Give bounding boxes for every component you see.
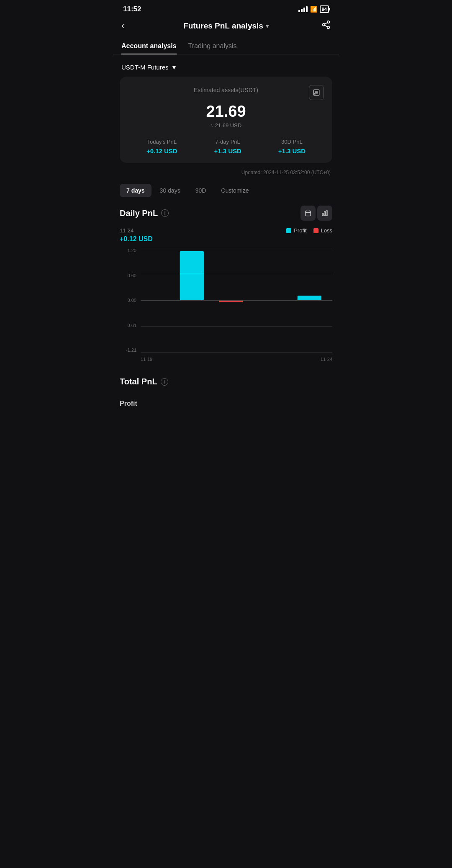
svg-rect-10 [306,211,311,216]
estimated-assets-amount: 21.69 [128,103,324,121]
tab-trading-analysis[interactable]: Trading analysis [188,38,237,54]
chart-type-button[interactable] [317,206,332,221]
title-chevron-icon[interactable]: ▾ [266,23,269,29]
assets-card-header: Estimated assets(USDT) [128,85,324,100]
status-time: 11:52 [123,5,141,13]
chart-info: 11-24 +0.12 USD Profit Loss [120,227,332,248]
daily-pnl-info-icon[interactable]: i [161,209,169,217]
loss-legend-label: Loss [321,227,332,234]
chart-action-buttons [300,206,332,221]
y-label-3: 0.00 [120,298,139,303]
signal-bar-3 [303,8,305,12]
futures-type-label: USDT-M Futures [121,64,169,71]
seven-day-pnl-item: 7-day PnL +1.3 USD [214,139,241,155]
chart-plot-area [141,248,332,353]
status-icons: 📶 94 [298,5,329,13]
pnl-summary-row: Today's PnL +0.12 USD 7-day PnL +1.3 USD… [128,139,324,155]
thirty-day-pnl-value: +1.3 USD [278,147,306,155]
y-label-1: 1.20 [120,248,139,253]
assets-card: Estimated assets(USDT) 21.69 ≈ 21.69 USD… [120,77,332,163]
loss-legend-item: Loss [313,227,332,234]
chart-y-axis: 1.20 0.60 0.00 -0.61 -1.21 [120,248,139,353]
y-label-4: -0.61 [120,323,139,328]
calendar-button[interactable] [300,206,316,221]
share-button[interactable] [316,20,331,31]
signal-bar-2 [301,9,303,12]
back-button[interactable]: ‹ [121,21,136,31]
total-pnl-title-group: Total PnL i [120,377,332,386]
tab-account-analysis[interactable]: Account analysis [121,38,177,54]
svg-line-4 [325,23,327,24]
y-label-2: 0.60 [120,273,139,278]
chart-grid [141,248,332,353]
period-7days-button[interactable]: 7 days [120,184,152,197]
seven-day-pnl-value: +1.3 USD [214,147,241,155]
today-pnl-label: Today's PnL [146,139,177,145]
svg-rect-14 [322,213,324,216]
seven-day-pnl-label: 7-day PnL [214,139,241,145]
svg-point-8 [314,93,315,94]
chart-selected-value: +0.12 USD [120,235,153,243]
estimated-assets-usd: ≈ 21.69 USD [128,122,324,129]
period-30days-button[interactable]: 30 days [153,184,187,197]
profit-section: Profit [113,393,339,414]
assets-label: Estimated assets(USDT) [143,85,309,93]
total-pnl-section: Total PnL i [113,368,339,393]
wifi-icon: 📶 [310,6,317,13]
page-header: ‹ Futures PnL analysis ▾ [113,17,339,38]
tab-bar: Account analysis Trading analysis [113,38,339,54]
period-customize-button[interactable]: Customize [214,184,255,197]
signal-bars-icon [298,6,308,12]
status-bar: 11:52 📶 94 [113,0,339,17]
grid-line-zero [141,300,332,301]
x-label-start: 11-19 [141,357,152,362]
profit-legend-dot [286,228,291,233]
chart-selected-date: 11-24 [120,227,153,234]
profit-legend-item: Profit [286,227,306,234]
period-90d-button[interactable]: 90D [189,184,213,197]
chart-x-axis: 11-19 11-24 [141,353,332,365]
signal-bar-1 [298,10,300,12]
period-selector: 7 days 30 days 90D Customize [113,180,339,206]
svg-rect-16 [326,211,327,216]
profit-legend-label: Profit [294,227,306,234]
daily-pnl-header: Daily PnL i [120,206,332,221]
grid-line-bottom [141,352,332,353]
daily-pnl-title: Daily PnL [120,209,158,218]
thirty-day-pnl-item: 30D PnL +1.3 USD [278,139,306,155]
futures-type-selector[interactable]: USDT-M Futures ▼ [113,61,339,77]
svg-line-3 [325,25,327,27]
assets-detail-icon[interactable] [309,85,324,100]
daily-pnl-section: Daily PnL i [113,206,339,365]
x-label-end: 11-24 [321,357,332,362]
last-updated-text: Updated: 2024-11-25 03:52:00 (UTC+0) [113,166,339,180]
profit-label: Profit [120,400,137,407]
total-pnl-info-icon[interactable]: i [161,378,168,386]
battery-indicator: 94 [320,5,329,13]
bar-chart: 1.20 0.60 0.00 -0.61 -1.21 [120,248,332,365]
total-pnl-title: Total PnL [120,377,157,386]
daily-pnl-title-group: Daily PnL i [120,209,169,218]
selector-arrow-icon: ▼ [171,64,177,71]
grid-line-top [141,248,332,248]
loss-legend-dot [313,228,318,233]
y-label-5: -1.21 [120,348,139,353]
today-pnl-item: Today's PnL +0.12 USD [146,139,177,155]
thirty-day-pnl-label: 30D PnL [278,139,306,145]
header-title-container: Futures PnL analysis ▾ [183,21,269,31]
grid-line-4 [141,326,332,327]
grid-line-2 [141,274,332,274]
page-title: Futures PnL analysis [183,21,263,31]
signal-bar-4 [306,6,308,12]
today-pnl-value: +0.12 USD [146,147,177,155]
chart-legend: Profit Loss [286,227,332,234]
svg-rect-15 [324,211,326,216]
